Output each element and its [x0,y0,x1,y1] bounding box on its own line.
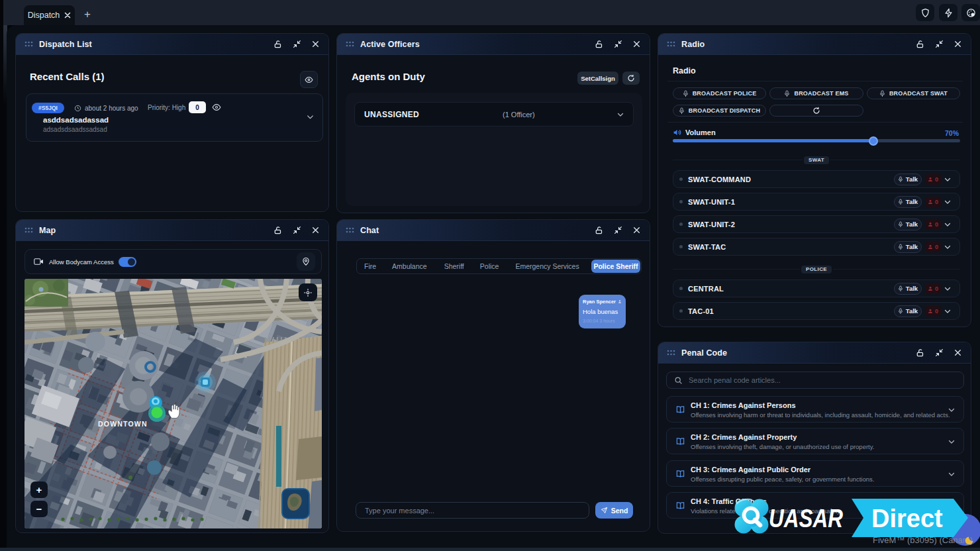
svg-text:DOWNTOWN: DOWNTOWN [98,420,148,428]
svg-text:UASAR: UASAR [769,505,843,532]
svg-text:Direct: Direct [871,505,943,532]
